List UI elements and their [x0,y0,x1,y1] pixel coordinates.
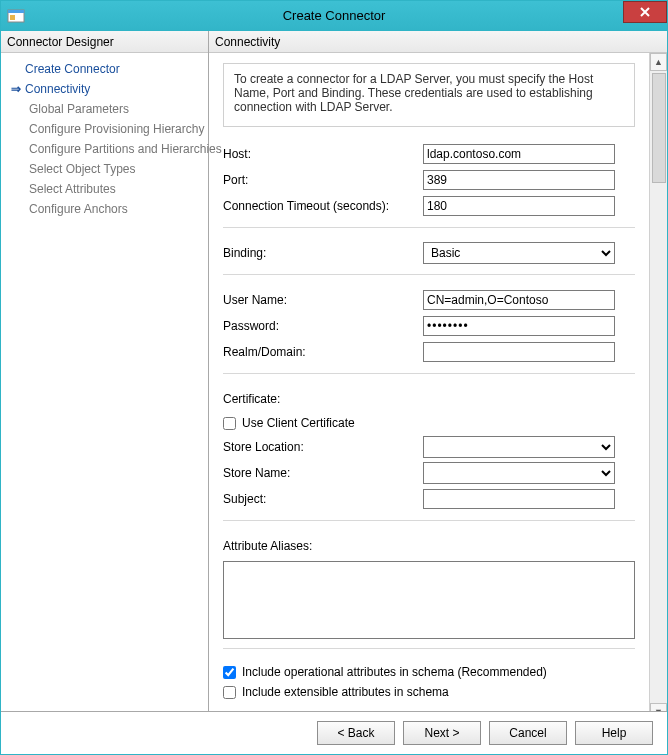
realm-label: Realm/Domain: [223,345,423,359]
nav-root-label: Create Connector [25,62,120,76]
store-name-label: Store Name: [223,466,423,480]
host-label: Host: [223,147,423,161]
subject-input[interactable] [423,489,615,509]
certificate-label: Certificate: [223,392,423,406]
nav-current[interactable]: ⇒ Connectivity [7,79,202,99]
host-block: Host: Port: Connection Timeout (seconds)… [223,143,635,227]
button-bar: < Back Next > Cancel Help [1,712,667,754]
nav-item[interactable]: Configure Partitions and Hierarchies [7,139,202,159]
intro-text: To create a connector for a LDAP Server,… [223,63,635,127]
password-input[interactable] [423,316,615,336]
svg-rect-1 [8,10,24,13]
include-operational-row[interactable]: Include operational attributes in schema… [223,665,635,679]
username-input[interactable] [423,290,615,310]
binding-block: Binding: Basic [223,227,635,274]
host-input[interactable] [423,144,615,164]
store-location-label: Store Location: [223,440,423,454]
include-extensible-label: Include extensible attributes in schema [242,685,449,699]
include-extensible-row[interactable]: Include extensible attributes in schema [223,685,635,699]
schema-block: Include operational attributes in schema… [223,648,635,711]
window-title: Create Connector [283,8,386,23]
port-input[interactable] [423,170,615,190]
back-button[interactable]: < Back [317,721,395,745]
aliases-label: Attribute Aliases: [223,539,423,553]
store-location-select[interactable] [423,436,615,458]
store-name-select[interactable] [423,462,615,484]
include-operational-checkbox[interactable] [223,666,236,679]
include-extensible-checkbox[interactable] [223,686,236,699]
aliases-textarea[interactable] [223,561,635,639]
nav-item[interactable]: Configure Provisioning Hierarchy [7,119,202,139]
body-area: Connector Designer Create Connector ⇒ Co… [1,31,667,712]
nav-item[interactable]: Select Object Types [7,159,202,179]
use-cert-checkbox[interactable] [223,417,236,430]
binding-select[interactable]: Basic [423,242,615,264]
nav-current-label: Connectivity [25,82,90,96]
nav-item-label: Configure Anchors [29,202,128,216]
nav-item[interactable]: Configure Anchors [7,199,202,219]
nav-item-label: Select Attributes [29,182,116,196]
scroll-down-button[interactable]: ▼ [650,703,667,712]
use-cert-row[interactable]: Use Client Certificate [223,416,635,430]
nav-item-label: Configure Partitions and Hierarchies [29,142,222,156]
binding-label: Binding: [223,246,423,260]
app-icon [7,7,25,25]
use-cert-label: Use Client Certificate [242,416,355,430]
nav-tree: Create Connector ⇒ Connectivity Global P… [1,53,208,711]
aliases-block: Attribute Aliases: [223,520,635,648]
realm-input[interactable] [423,342,615,362]
subject-label: Subject: [223,492,423,506]
svg-rect-2 [10,15,15,20]
close-button[interactable] [623,1,667,23]
connector-designer-panel: Connector Designer Create Connector ⇒ Co… [1,31,209,711]
window-frame: Create Connector Connector Designer Crea… [0,0,668,755]
nav-item[interactable]: Select Attributes [7,179,202,199]
cancel-button[interactable]: Cancel [489,721,567,745]
sidepanel-header: Connector Designer [1,31,208,53]
certificate-block: Certificate: Use Client Certificate Stor… [223,373,635,520]
nav-item-label: Global Parameters [29,102,129,116]
nav-item[interactable]: Global Parameters [7,99,202,119]
help-button[interactable]: Help [575,721,653,745]
timeout-label: Connection Timeout (seconds): [223,199,423,213]
timeout-input[interactable] [423,196,615,216]
next-button[interactable]: Next > [403,721,481,745]
nav-root[interactable]: Create Connector [7,59,202,79]
title-bar: Create Connector [1,1,667,31]
auth-block: User Name: Password: Realm/Domain: [223,274,635,373]
scroll-thumb[interactable] [652,73,666,183]
scroll-area: To create a connector for a LDAP Server,… [209,53,667,712]
main-header: Connectivity [209,31,667,53]
vertical-scrollbar[interactable]: ▲ ▼ [649,53,667,712]
password-label: Password: [223,319,423,333]
include-operational-label: Include operational attributes in schema… [242,665,547,679]
main-panel: Connectivity To create a connector for a… [209,31,667,711]
port-label: Port: [223,173,423,187]
arrow-right-icon: ⇒ [7,82,25,96]
scroll-up-button[interactable]: ▲ [650,53,667,71]
nav-item-label: Configure Provisioning Hierarchy [29,122,204,136]
username-label: User Name: [223,293,423,307]
main-content: To create a connector for a LDAP Server,… [209,53,649,712]
nav-item-label: Select Object Types [29,162,136,176]
